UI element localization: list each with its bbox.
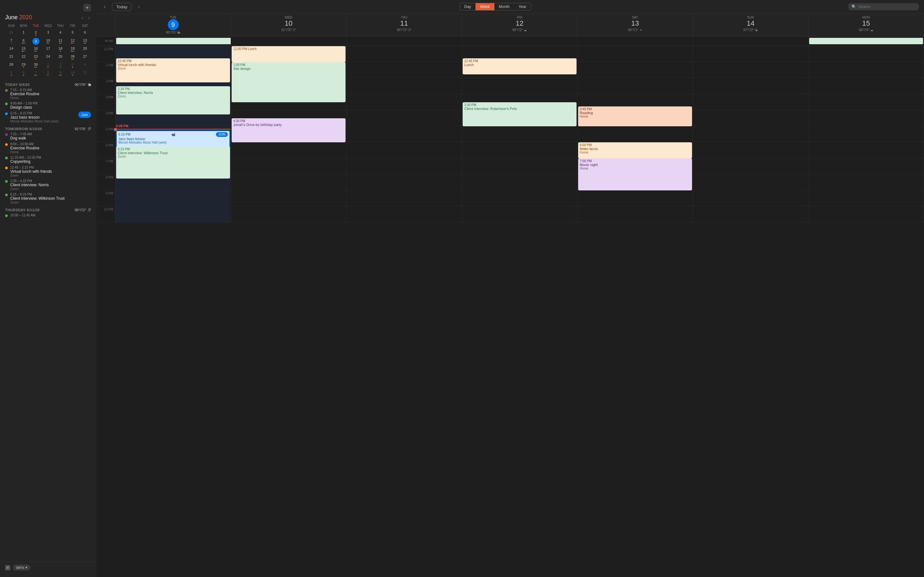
mini-cal-day[interactable]: 7: [30, 69, 42, 77]
mini-cal-day[interactable]: 1: [42, 61, 54, 69]
view-tabs: Day Week Month Year: [459, 3, 531, 11]
mini-cal-day[interactable]: 24: [42, 53, 54, 61]
mini-cal-day[interactable]: 3: [66, 61, 79, 69]
mini-cal-day[interactable]: 16: [30, 45, 42, 53]
mini-cal-day[interactable]: 15: [17, 45, 29, 53]
mini-cal-day[interactable]: 21: [5, 53, 17, 61]
mini-cal-title: June 2020: [5, 14, 32, 21]
mini-cal-day[interactable]: 19: [66, 45, 79, 53]
mini-cal-day[interactable]: 18: [54, 45, 66, 53]
agenda-event[interactable]: 12:45 – 2:15 PM Virtual lunch with frien…: [5, 166, 91, 177]
mini-cal-day[interactable]: 20: [79, 45, 91, 53]
mini-cal-day[interactable]: 28: [5, 61, 17, 69]
today-button[interactable]: Today: [112, 3, 132, 11]
mini-cal-day[interactable]: 11: [79, 69, 91, 77]
wfh-chevron-icon: ▾: [25, 566, 27, 570]
wfh-dropdown[interactable]: WFH ▾: [13, 564, 31, 571]
allday-event-mon[interactable]: [809, 38, 923, 44]
mini-cal-day[interactable]: 8: [17, 37, 29, 45]
mini-cal-day[interactable]: 2: [54, 61, 66, 69]
event-block[interactable]: 3:45 PM Reading Home: [578, 106, 692, 127]
agenda-event[interactable]: 10:00 – 11:45 AM: [5, 213, 91, 217]
mini-cal-day[interactable]: 27: [79, 53, 91, 61]
mini-cal-day[interactable]: 6: [79, 29, 91, 37]
mini-cal-day[interactable]: 9: [54, 69, 66, 77]
agenda-event[interactable]: 9:00 – 10:00 AM Exercise Routine Home: [5, 142, 91, 154]
mini-cal-day[interactable]: 26: [66, 53, 79, 61]
day-header-9[interactable]: TUE 9 90°/76° 🌦: [115, 14, 231, 36]
allday-event[interactable]: [116, 38, 231, 44]
join-button[interactable]: JOIN: [216, 132, 228, 137]
hour-cell: [693, 110, 808, 126]
agenda-event[interactable]: 7:15 – 7:45 AM Dog walk: [5, 132, 91, 140]
thursday-header: THURSDAY 6/11/20 90°/72° ⛈: [5, 208, 91, 212]
day-header-11[interactable]: THU 11 90°/72° ⛈: [347, 14, 462, 36]
event-block[interactable]: 7:00 PM Movie night Home: [578, 158, 692, 190]
sidebar: + June 2020 ‹ › SUN MON TUE WED THU FRI …: [0, 0, 96, 577]
add-event-button[interactable]: +: [83, 4, 91, 11]
mini-cal-day[interactable]: 25: [54, 53, 66, 61]
tomorrow-weather: 91°/76° ⛈: [75, 127, 91, 131]
tab-week[interactable]: Week: [475, 3, 494, 10]
mini-cal-day[interactable]: 2: [30, 29, 42, 37]
mini-cal-day[interactable]: 30: [30, 61, 42, 69]
event-block[interactable]: 12:45 PM Lunch: [463, 58, 577, 74]
agenda-event[interactable]: 6:15 – 8:15 PM Client interview: Wilkins…: [5, 193, 91, 204]
event-block[interactable]: 4:30 PM Jonah's Drive-by birthday party: [232, 118, 346, 142]
mini-cal-day[interactable]: 6: [17, 69, 29, 77]
mini-cal-day[interactable]: 11: [54, 37, 66, 45]
event-block[interactable]: 1:00 PM Site design: [232, 62, 346, 102]
event-block[interactable]: 6:00 PM Make tacos Home: [578, 142, 692, 158]
hour-cell: [115, 206, 231, 222]
mini-cal-day[interactable]: 17: [42, 45, 54, 53]
day-header-14[interactable]: SUN 14 87°/72° 🌤: [693, 14, 809, 36]
next-week-button[interactable]: ›: [136, 3, 142, 11]
tab-month[interactable]: Month: [494, 3, 514, 10]
mini-cal-day[interactable]: 3: [42, 29, 54, 37]
tab-year[interactable]: Year: [514, 3, 531, 10]
mini-cal-day[interactable]: 31: [5, 29, 17, 37]
mini-cal-day[interactable]: 10: [42, 37, 54, 45]
mini-cal-day[interactable]: 1: [17, 29, 29, 37]
event-block[interactable]: 3:30 PM Client interview: Robertson's Pe…: [463, 102, 577, 126]
agenda-event[interactable]: 2:30 – 4:15 PM Client interview: Norris …: [5, 179, 91, 191]
agenda-event[interactable]: 9:00 AM – 1:00 PM Design class: [5, 102, 91, 110]
event-block[interactable]: 6:15 PM Client interview: Wilkinson Trus…: [116, 147, 230, 179]
mini-cal-day[interactable]: 13: [79, 37, 91, 45]
mini-cal-day[interactable]: 14: [5, 45, 17, 53]
hour-cell: [347, 158, 462, 174]
mini-cal-prev-button[interactable]: ‹: [81, 15, 85, 21]
mini-cal-day[interactable]: 5: [66, 29, 79, 37]
mini-cal-next-button[interactable]: ›: [87, 15, 91, 21]
event-block[interactable]: 2:30 PM Client interview: Norris Zoom: [116, 86, 230, 114]
agenda-event[interactable]: 5:15 – 8:15 PM Jazz bass lesson Mondo Me…: [5, 111, 91, 123]
day-header-13[interactable]: SAT 13 88°/71° ☀: [577, 14, 693, 36]
mini-cal-day[interactable]: 7: [5, 37, 17, 45]
search-input[interactable]: [858, 5, 916, 9]
agenda-event[interactable]: 7:15 – 8:15 AM Exercise Routine Home: [5, 88, 91, 100]
sidebar-bottom: ✓ WFH ▾: [0, 562, 96, 573]
mini-cal-day[interactable]: 9: [32, 38, 39, 45]
wfh-checkbox[interactable]: ✓: [5, 565, 10, 570]
event-block[interactable]: 12:00 PM Lunch: [232, 46, 346, 62]
agenda-event[interactable]: 11:15 AM – 12:30 PM Copywriting: [5, 156, 91, 164]
mini-cal-day[interactable]: 29: [17, 61, 29, 69]
mini-cal-day[interactable]: 8: [42, 69, 54, 77]
mini-cal-day[interactable]: 4: [79, 61, 91, 69]
prev-week-button[interactable]: ‹: [102, 3, 108, 11]
week-header: TUE 9 90°/76° 🌦 WED 10 91°/76° ⛈ THU 11 …: [96, 14, 924, 37]
day-header-15[interactable]: MON 15 88°/74° ☁: [809, 14, 924, 36]
tab-day[interactable]: Day: [460, 3, 475, 10]
mini-cal-day[interactable]: 5: [5, 69, 17, 77]
join-button[interactable]: Join: [78, 111, 91, 118]
day-column-6: [809, 46, 924, 222]
mini-cal-day[interactable]: 4: [54, 29, 66, 37]
day-header-12[interactable]: FRI 12 89°/72° ☁: [462, 14, 577, 36]
hour-cell: [809, 142, 924, 158]
event-block[interactable]: 12:45 PM Virtual lunch with friends Zoom: [116, 58, 230, 82]
day-header-10[interactable]: WED 10 91°/76° ⛈: [231, 14, 347, 36]
mini-cal-day[interactable]: 12: [66, 37, 79, 45]
mini-cal-day[interactable]: 22: [17, 53, 29, 61]
mini-cal-day[interactable]: 10: [66, 69, 79, 77]
mini-cal-day[interactable]: 23: [30, 53, 42, 61]
